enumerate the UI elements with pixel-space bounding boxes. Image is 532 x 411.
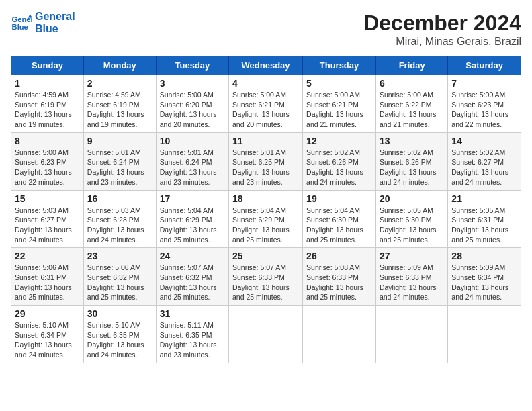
day-number: 7 (451, 78, 517, 89)
day-detail: Sunrise: 5:00 AM Sunset: 6:22 PM Dayligh… (380, 90, 444, 130)
day-detail: Sunrise: 5:01 AM Sunset: 6:24 PM Dayligh… (160, 148, 225, 187)
calendar-day-cell: 16Sunrise: 5:03 AM Sunset: 6:28 PM Dayli… (83, 190, 156, 248)
logo-icon: General Blue (11, 13, 32, 32)
logo: General Blue General Blue (11, 11, 75, 34)
calendar-day-cell: 12Sunrise: 5:02 AM Sunset: 6:26 PM Dayli… (303, 132, 376, 190)
day-detail: Sunrise: 5:01 AM Sunset: 6:25 PM Dayligh… (232, 148, 299, 187)
calendar-week-row: 8Sunrise: 5:00 AM Sunset: 6:23 PM Daylig… (11, 132, 521, 190)
weekday-header-friday: Friday (375, 56, 447, 75)
day-number: 16 (87, 193, 152, 204)
day-number: 10 (160, 136, 225, 146)
day-detail: Sunrise: 4:59 AM Sunset: 6:19 PM Dayligh… (15, 90, 80, 130)
weekday-header-monday: Monday (83, 56, 156, 75)
calendar-day-cell: 15Sunrise: 5:03 AM Sunset: 6:27 PM Dayli… (11, 190, 84, 248)
day-detail: Sunrise: 5:06 AM Sunset: 6:32 PM Dayligh… (87, 263, 152, 302)
day-detail: Sunrise: 5:00 AM Sunset: 6:21 PM Dayligh… (232, 90, 299, 130)
day-detail: Sunrise: 5:03 AM Sunset: 6:28 PM Dayligh… (87, 205, 152, 245)
empty-cell (229, 306, 303, 363)
calendar-header: SundayMondayTuesdayWednesdayThursdayFrid… (11, 56, 521, 75)
day-detail: Sunrise: 5:07 AM Sunset: 6:33 PM Dayligh… (232, 263, 299, 302)
day-detail: Sunrise: 5:06 AM Sunset: 6:31 PM Dayligh… (15, 263, 80, 302)
day-number: 11 (232, 136, 299, 146)
day-detail: Sunrise: 5:00 AM Sunset: 6:23 PM Dayligh… (15, 148, 80, 187)
day-number: 2 (87, 78, 152, 89)
day-detail: Sunrise: 5:00 AM Sunset: 6:20 PM Dayligh… (160, 90, 225, 130)
svg-text:Blue: Blue (12, 23, 28, 31)
logo-line2: Blue (35, 23, 75, 35)
day-number: 25 (232, 250, 299, 261)
day-number: 1 (15, 78, 80, 89)
weekday-header-sunday: Sunday (11, 56, 84, 75)
weekday-header-tuesday: Tuesday (156, 56, 228, 75)
calendar-week-row: 15Sunrise: 5:03 AM Sunset: 6:27 PM Dayli… (11, 190, 521, 248)
day-detail: Sunrise: 5:03 AM Sunset: 6:27 PM Dayligh… (15, 205, 80, 245)
day-detail: Sunrise: 5:08 AM Sunset: 6:33 PM Dayligh… (306, 263, 372, 302)
calendar-day-cell: 21Sunrise: 5:05 AM Sunset: 6:31 PM Dayli… (448, 190, 521, 248)
calendar-day-cell: 14Sunrise: 5:02 AM Sunset: 6:27 PM Dayli… (448, 132, 521, 190)
calendar-week-row: 1Sunrise: 4:59 AM Sunset: 6:19 PM Daylig… (11, 75, 521, 133)
weekday-header-row: SundayMondayTuesdayWednesdayThursdayFrid… (11, 56, 521, 75)
calendar-day-cell: 27Sunrise: 5:09 AM Sunset: 6:33 PM Dayli… (375, 248, 447, 306)
day-number: 31 (160, 308, 225, 319)
page-header: General Blue General Blue December 2024 … (11, 11, 521, 48)
calendar-day-cell: 29Sunrise: 5:10 AM Sunset: 6:34 PM Dayli… (11, 306, 84, 363)
empty-cell (375, 306, 447, 363)
weekday-header-wednesday: Wednesday (229, 56, 303, 75)
logo-line1: General (35, 11, 75, 23)
day-number: 19 (306, 193, 372, 204)
day-detail: Sunrise: 5:10 AM Sunset: 6:35 PM Dayligh… (87, 320, 152, 360)
calendar-day-cell: 25Sunrise: 5:07 AM Sunset: 6:33 PM Dayli… (229, 248, 303, 306)
calendar-day-cell: 24Sunrise: 5:07 AM Sunset: 6:32 PM Dayli… (156, 248, 228, 306)
calendar-day-cell: 22Sunrise: 5:06 AM Sunset: 6:31 PM Dayli… (11, 248, 84, 306)
calendar-table: SundayMondayTuesdayWednesdayThursdayFrid… (11, 56, 521, 363)
month-title: December 2024 (363, 11, 521, 36)
day-number: 28 (451, 250, 517, 261)
day-detail: Sunrise: 5:02 AM Sunset: 6:27 PM Dayligh… (451, 148, 517, 187)
day-number: 5 (306, 78, 372, 89)
day-number: 8 (15, 136, 80, 146)
title-block: December 2024 Mirai, Minas Gerais, Brazi… (363, 11, 521, 48)
day-number: 13 (380, 136, 444, 146)
calendar-day-cell: 13Sunrise: 5:02 AM Sunset: 6:26 PM Dayli… (375, 132, 447, 190)
calendar-day-cell: 11Sunrise: 5:01 AM Sunset: 6:25 PM Dayli… (229, 132, 303, 190)
day-number: 4 (232, 78, 299, 89)
calendar-day-cell: 6Sunrise: 5:00 AM Sunset: 6:22 PM Daylig… (375, 75, 447, 133)
calendar-day-cell: 4Sunrise: 5:00 AM Sunset: 6:21 PM Daylig… (229, 75, 303, 133)
day-detail: Sunrise: 5:11 AM Sunset: 6:35 PM Dayligh… (160, 320, 225, 360)
day-number: 30 (87, 308, 152, 319)
day-number: 29 (15, 308, 80, 319)
calendar-day-cell: 17Sunrise: 5:04 AM Sunset: 6:29 PM Dayli… (156, 190, 228, 248)
day-number: 12 (306, 136, 372, 146)
calendar-day-cell: 7Sunrise: 5:00 AM Sunset: 6:23 PM Daylig… (448, 75, 521, 133)
calendar-week-row: 22Sunrise: 5:06 AM Sunset: 6:31 PM Dayli… (11, 248, 521, 306)
day-detail: Sunrise: 5:07 AM Sunset: 6:32 PM Dayligh… (160, 263, 225, 302)
day-detail: Sunrise: 5:04 AM Sunset: 6:30 PM Dayligh… (306, 205, 372, 245)
day-number: 21 (451, 193, 517, 204)
day-number: 18 (232, 193, 299, 204)
calendar-day-cell: 8Sunrise: 5:00 AM Sunset: 6:23 PM Daylig… (11, 132, 84, 190)
day-number: 22 (15, 250, 80, 261)
calendar-day-cell: 23Sunrise: 5:06 AM Sunset: 6:32 PM Dayli… (83, 248, 156, 306)
day-number: 20 (380, 193, 444, 204)
calendar-body: 1Sunrise: 4:59 AM Sunset: 6:19 PM Daylig… (11, 75, 521, 363)
day-detail: Sunrise: 5:09 AM Sunset: 6:34 PM Dayligh… (451, 263, 517, 302)
day-number: 15 (15, 193, 80, 204)
calendar-day-cell: 18Sunrise: 5:04 AM Sunset: 6:29 PM Dayli… (229, 190, 303, 248)
day-number: 3 (160, 78, 225, 89)
day-detail: Sunrise: 5:02 AM Sunset: 6:26 PM Dayligh… (380, 148, 444, 187)
day-detail: Sunrise: 5:02 AM Sunset: 6:26 PM Dayligh… (306, 148, 372, 187)
day-number: 27 (380, 250, 444, 261)
calendar-day-cell: 3Sunrise: 5:00 AM Sunset: 6:20 PM Daylig… (156, 75, 228, 133)
day-detail: Sunrise: 5:10 AM Sunset: 6:34 PM Dayligh… (15, 320, 80, 360)
day-detail: Sunrise: 5:04 AM Sunset: 6:29 PM Dayligh… (232, 205, 299, 245)
day-detail: Sunrise: 5:05 AM Sunset: 6:30 PM Dayligh… (380, 205, 444, 245)
day-number: 26 (306, 250, 372, 261)
day-number: 17 (160, 193, 225, 204)
calendar-day-cell: 1Sunrise: 4:59 AM Sunset: 6:19 PM Daylig… (11, 75, 84, 133)
day-detail: Sunrise: 5:00 AM Sunset: 6:23 PM Dayligh… (451, 90, 517, 130)
day-detail: Sunrise: 5:04 AM Sunset: 6:29 PM Dayligh… (160, 205, 225, 245)
day-detail: Sunrise: 5:09 AM Sunset: 6:33 PM Dayligh… (380, 263, 444, 302)
day-detail: Sunrise: 5:05 AM Sunset: 6:31 PM Dayligh… (451, 205, 517, 245)
calendar-week-row: 29Sunrise: 5:10 AM Sunset: 6:34 PM Dayli… (11, 306, 521, 363)
calendar-day-cell: 28Sunrise: 5:09 AM Sunset: 6:34 PM Dayli… (448, 248, 521, 306)
